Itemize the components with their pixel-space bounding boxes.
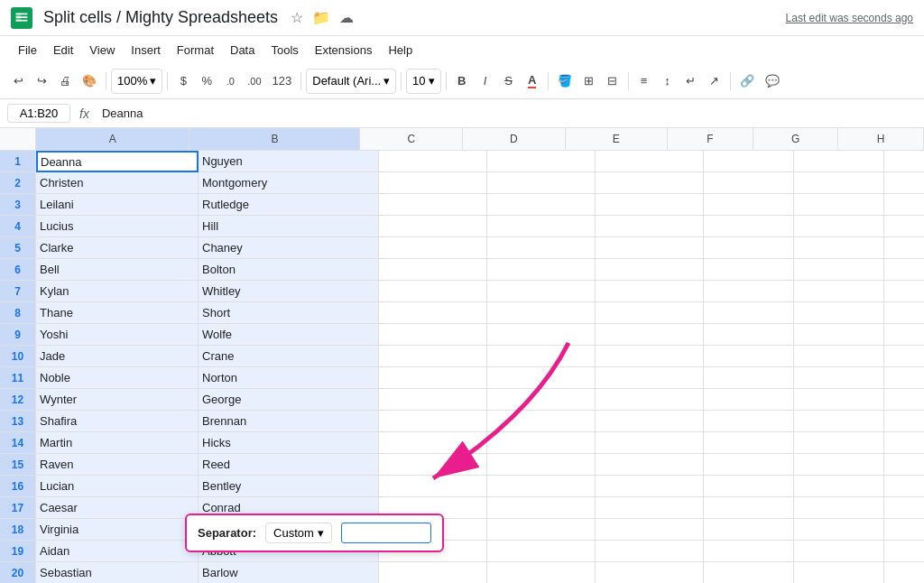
cell-f11[interactable] bbox=[704, 367, 794, 389]
row-number-20[interactable]: 20 bbox=[0, 562, 36, 583]
cell-f2[interactable] bbox=[704, 172, 794, 194]
row-number-1[interactable]: 1 bbox=[0, 151, 36, 172]
cell-g6[interactable] bbox=[794, 259, 884, 281]
cell-f6[interactable] bbox=[704, 259, 794, 281]
cell-g10[interactable] bbox=[794, 346, 884, 367]
halign-button[interactable]: ≡ bbox=[633, 69, 655, 94]
row-number-19[interactable]: 19 bbox=[0, 541, 36, 562]
cell-e8[interactable] bbox=[596, 302, 704, 324]
cell-b14[interactable]: Hicks bbox=[199, 432, 379, 454]
cell-b20[interactable]: Barlow bbox=[199, 562, 379, 583]
cell-c14[interactable] bbox=[379, 432, 487, 454]
cell-c3[interactable] bbox=[379, 194, 487, 216]
cell-c9[interactable] bbox=[379, 324, 487, 346]
col-header-e[interactable]: E bbox=[566, 128, 669, 150]
comment-button[interactable]: 💬 bbox=[761, 69, 784, 94]
cell-f4[interactable] bbox=[704, 216, 794, 237]
cell-a17[interactable]: Caesar bbox=[36, 497, 199, 519]
cell-b3[interactable]: Rutledge bbox=[199, 194, 379, 216]
col-header-b[interactable]: B bbox=[189, 128, 360, 150]
cell-e3[interactable] bbox=[596, 194, 704, 216]
row-number-16[interactable]: 16 bbox=[0, 476, 36, 497]
cell-a18[interactable]: Virginia bbox=[36, 519, 199, 541]
cell-h12[interactable] bbox=[884, 389, 924, 411]
row-number-2[interactable]: 2 bbox=[0, 172, 36, 194]
cell-h10[interactable] bbox=[884, 346, 924, 367]
cell-h16[interactable] bbox=[884, 476, 924, 497]
row-number-17[interactable]: 17 bbox=[0, 497, 36, 519]
cell-a9[interactable]: Yoshi bbox=[36, 324, 199, 346]
cell-e12[interactable] bbox=[596, 389, 704, 411]
cell-d1[interactable] bbox=[487, 151, 596, 172]
cell-g12[interactable] bbox=[794, 389, 884, 411]
cell-f20[interactable] bbox=[704, 562, 794, 583]
cell-c6[interactable] bbox=[379, 259, 487, 281]
cell-c4[interactable] bbox=[379, 216, 487, 237]
decimal-dec-button[interactable]: .0 bbox=[219, 69, 241, 94]
rotate-button[interactable]: ↗ bbox=[704, 69, 725, 94]
undo-button[interactable]: ↩ bbox=[7, 69, 29, 94]
cell-g11[interactable] bbox=[794, 367, 884, 389]
cell-a3[interactable]: Leilani bbox=[36, 194, 199, 216]
menu-view[interactable]: View bbox=[82, 41, 122, 60]
cell-a11[interactable]: Noble bbox=[36, 367, 199, 389]
cell-f12[interactable] bbox=[704, 389, 794, 411]
cloud-icon[interactable]: ☁ bbox=[339, 9, 354, 26]
cell-g3[interactable] bbox=[794, 194, 884, 216]
cell-g9[interactable] bbox=[794, 324, 884, 346]
cell-e20[interactable] bbox=[596, 562, 704, 583]
last-edit[interactable]: Last edit was seconds ago bbox=[786, 12, 913, 24]
cell-a20[interactable]: Sebastian bbox=[36, 562, 199, 583]
cell-g5[interactable] bbox=[794, 237, 884, 259]
cell-h11[interactable] bbox=[884, 367, 924, 389]
row-number-13[interactable]: 13 bbox=[0, 411, 36, 432]
cell-a5[interactable]: Clarke bbox=[36, 237, 199, 259]
col-header-a[interactable]: A bbox=[36, 128, 189, 150]
cell-f14[interactable] bbox=[704, 432, 794, 454]
cell-b4[interactable]: Hill bbox=[199, 216, 379, 237]
cell-f5[interactable] bbox=[704, 237, 794, 259]
font-family-dropdown[interactable]: Default (Ari... ▾ bbox=[306, 69, 396, 94]
cell-g16[interactable] bbox=[794, 476, 884, 497]
bold-button[interactable]: B bbox=[451, 69, 473, 94]
cell-a4[interactable]: Lucius bbox=[36, 216, 199, 237]
cell-h2[interactable] bbox=[884, 172, 924, 194]
menu-file[interactable]: File bbox=[11, 41, 44, 60]
cell-a19[interactable]: Aidan bbox=[36, 541, 199, 562]
cell-c8[interactable] bbox=[379, 302, 487, 324]
cell-b10[interactable]: Crane bbox=[199, 346, 379, 367]
cell-g14[interactable] bbox=[794, 432, 884, 454]
cell-e13[interactable] bbox=[596, 411, 704, 432]
cell-h19[interactable] bbox=[884, 541, 924, 562]
cell-c13[interactable] bbox=[379, 411, 487, 432]
cell-d5[interactable] bbox=[487, 237, 596, 259]
row-number-5[interactable]: 5 bbox=[0, 237, 36, 259]
cell-b15[interactable]: Reed bbox=[199, 454, 379, 476]
col-header-h[interactable]: H bbox=[838, 128, 924, 150]
menu-format[interactable]: Format bbox=[170, 41, 221, 60]
cell-c12[interactable] bbox=[379, 389, 487, 411]
borders-button[interactable]: ⊞ bbox=[578, 69, 600, 94]
redo-button[interactable]: ↪ bbox=[31, 69, 52, 94]
cell-e4[interactable] bbox=[596, 216, 704, 237]
cell-d8[interactable] bbox=[487, 302, 596, 324]
cell-e6[interactable] bbox=[596, 259, 704, 281]
cell-g2[interactable] bbox=[794, 172, 884, 194]
cell-a12[interactable]: Wynter bbox=[36, 389, 199, 411]
cell-f16[interactable] bbox=[704, 476, 794, 497]
merge-cells-button[interactable]: ⊟ bbox=[602, 69, 624, 94]
col-header-d[interactable]: D bbox=[463, 128, 566, 150]
cell-h4[interactable] bbox=[884, 216, 924, 237]
valign-button[interactable]: ↕ bbox=[657, 69, 679, 94]
cell-e18[interactable] bbox=[596, 519, 704, 541]
cell-d18[interactable] bbox=[487, 519, 596, 541]
col-header-c[interactable]: C bbox=[360, 128, 463, 150]
cell-f10[interactable] bbox=[704, 346, 794, 367]
cell-h13[interactable] bbox=[884, 411, 924, 432]
cell-d13[interactable] bbox=[487, 411, 596, 432]
cell-b6[interactable]: Bolton bbox=[199, 259, 379, 281]
font-color-button[interactable]: A bbox=[522, 69, 543, 94]
menu-edit[interactable]: Edit bbox=[46, 41, 80, 60]
cell-a14[interactable]: Martin bbox=[36, 432, 199, 454]
cell-c5[interactable] bbox=[379, 237, 487, 259]
